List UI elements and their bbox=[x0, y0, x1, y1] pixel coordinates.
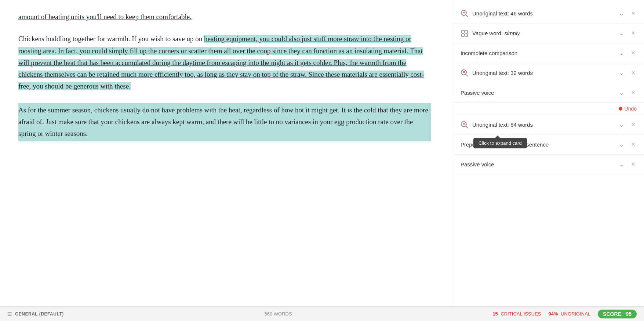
issue-card-left-6: Unoriginal text: 84 words bbox=[461, 121, 618, 129]
undo-label: Undo bbox=[625, 106, 637, 112]
issue-card-actions-3: ⌄ × bbox=[618, 48, 637, 58]
issue-card-left-7: Preposition at the end of a sentence bbox=[461, 141, 618, 148]
issue-card-actions-7: ⌄ × bbox=[618, 140, 637, 149]
svg-line-1 bbox=[466, 15, 468, 17]
issue-card-vague-word[interactable]: Vague word: simply ⌄ × bbox=[453, 24, 644, 43]
critical-issues-count: 15 bbox=[492, 311, 498, 317]
issue-card-actions-4: ⌄ × bbox=[618, 68, 637, 77]
issue-label-preposition: Preposition at the end of a sentence bbox=[461, 141, 549, 148]
chevron-down-button-7[interactable]: ⌄ bbox=[618, 140, 625, 149]
issue-card-unoriginal-32[interactable]: Unoriginal text: 32 words ⌄ × bbox=[453, 63, 644, 83]
status-center: 560 WORDS bbox=[64, 311, 493, 317]
issue-card-actions-5: ⌄ × bbox=[618, 88, 637, 97]
issue-label-incomplete: Incomplete comparison bbox=[461, 50, 517, 56]
issue-card-left-3: Incomplete comparison bbox=[461, 50, 618, 56]
close-button-5[interactable]: × bbox=[630, 88, 637, 97]
close-button-4[interactable]: × bbox=[630, 68, 637, 77]
issue-card-left-5: Passive voice bbox=[461, 90, 618, 96]
issue-card-left: Vague word: simply bbox=[461, 29, 618, 37]
issue-card-left-4: Unoriginal text: 32 words bbox=[461, 69, 618, 77]
close-button[interactable]: × bbox=[630, 9, 637, 18]
chevron-down-button-3[interactable]: ⌄ bbox=[618, 49, 625, 57]
issue-card-incomplete-comparison[interactable]: Incomplete comparison ⌄ × bbox=[453, 43, 644, 63]
critical-issues-badge: 15 CRITICAL ISSUES bbox=[492, 311, 541, 317]
status-left: ☰ GENERAL (DEFAULT) bbox=[7, 311, 64, 317]
score-badge: SCORE: 95 bbox=[598, 310, 637, 318]
main-layout: amount of heating units you'll need to k… bbox=[0, 0, 644, 306]
text-area: amount of heating units you'll need to k… bbox=[0, 0, 453, 306]
issue-label-passive-2: Passive voice bbox=[461, 161, 494, 167]
word-count-label: 560 WORDS bbox=[264, 311, 292, 317]
issue-card-passive-voice-1[interactable]: Passive voice ⌄ × bbox=[453, 83, 644, 103]
issue-label-unoriginal-84: Unoriginal text: 84 words bbox=[472, 122, 533, 128]
chevron-down-button-8[interactable]: ⌄ bbox=[618, 160, 625, 169]
close-button-2[interactable]: × bbox=[630, 29, 637, 38]
search-flag-icon-2 bbox=[461, 69, 469, 77]
unoriginal-label: UNORIGINAL bbox=[561, 311, 590, 317]
search-flag-icon bbox=[461, 10, 469, 18]
status-bar: ☰ GENERAL (DEFAULT) 560 WORDS 15 CRITICA… bbox=[0, 306, 644, 321]
issue-card-unoriginal-84[interactable]: Unoriginal text: 84 words ⌄ × Click to e… bbox=[453, 115, 644, 135]
chevron-down-button-6[interactable]: ⌄ bbox=[618, 120, 625, 129]
unoriginal-percent: 94% bbox=[549, 311, 558, 317]
close-button-8[interactable]: × bbox=[630, 160, 637, 169]
issue-label-passive-1: Passive voice bbox=[461, 90, 494, 96]
issue-card-actions-8: ⌄ × bbox=[618, 160, 637, 169]
paragraph-3: As for the summer season, chickens usual… bbox=[18, 103, 431, 141]
critical-issues-label: CRITICAL ISSUES bbox=[501, 311, 541, 317]
paragraph-intro: amount of heating units you'll need to k… bbox=[18, 11, 431, 23]
svg-rect-4 bbox=[462, 34, 464, 36]
chevron-down-button-4[interactable]: ⌄ bbox=[618, 69, 625, 77]
issue-card-left: Unoriginal text: 46 words bbox=[461, 10, 618, 18]
svg-rect-5 bbox=[465, 34, 467, 36]
issue-card-preposition[interactable]: Preposition at the end of a sentence ⌄ × bbox=[453, 135, 644, 155]
close-button-3[interactable]: × bbox=[630, 48, 637, 58]
undo-dot-icon bbox=[619, 107, 622, 111]
close-button-7[interactable]: × bbox=[630, 140, 637, 149]
chevron-down-button[interactable]: ⌄ bbox=[618, 9, 625, 18]
chevron-down-button-2[interactable]: ⌄ bbox=[618, 29, 625, 37]
score-value: 95 bbox=[626, 311, 632, 317]
status-right: 15 CRITICAL ISSUES 94% UNORIGINAL SCORE:… bbox=[492, 310, 637, 318]
grid-icon bbox=[461, 29, 469, 37]
svg-line-9 bbox=[466, 126, 468, 128]
undo-row: Undo bbox=[453, 103, 644, 115]
close-button-6[interactable]: × bbox=[630, 120, 637, 129]
issue-card-left-8: Passive voice bbox=[461, 161, 618, 167]
paragraph-2: Chickens huddling together for warmth. I… bbox=[18, 33, 431, 92]
issue-card-actions: ⌄ × bbox=[618, 9, 637, 18]
issue-card-passive-voice-2[interactable]: Passive voice ⌄ × bbox=[453, 155, 644, 174]
undo-button[interactable]: Undo bbox=[619, 106, 637, 112]
score-label: SCORE: bbox=[603, 311, 623, 317]
svg-line-7 bbox=[466, 74, 468, 76]
search-flag-icon-3 bbox=[461, 121, 469, 129]
unoriginal-badge: 94% UNORIGINAL bbox=[549, 311, 591, 317]
issue-card-unoriginal-46[interactable]: Unoriginal text: 46 words ⌄ × bbox=[453, 4, 644, 24]
document-type-label: GENERAL (DEFAULT) bbox=[15, 311, 64, 317]
issue-label-unoriginal-32: Unoriginal text: 32 words bbox=[472, 70, 533, 76]
document-type-icon: ☰ bbox=[7, 311, 12, 317]
chevron-down-button-5[interactable]: ⌄ bbox=[618, 89, 625, 97]
issue-card-actions-2: ⌄ × bbox=[618, 29, 637, 38]
issue-label-unoriginal-46: Unoriginal text: 46 words bbox=[472, 10, 533, 17]
issue-label-vague-word: Vague word: simply bbox=[472, 30, 520, 36]
svg-rect-3 bbox=[465, 30, 467, 33]
text-intro-underline: amount of heating units you'll need to k… bbox=[18, 13, 192, 21]
right-panel: Unoriginal text: 46 words ⌄ × Vague word bbox=[453, 0, 644, 306]
svg-rect-2 bbox=[462, 30, 464, 33]
issue-card-actions-6: ⌄ × bbox=[618, 120, 637, 129]
